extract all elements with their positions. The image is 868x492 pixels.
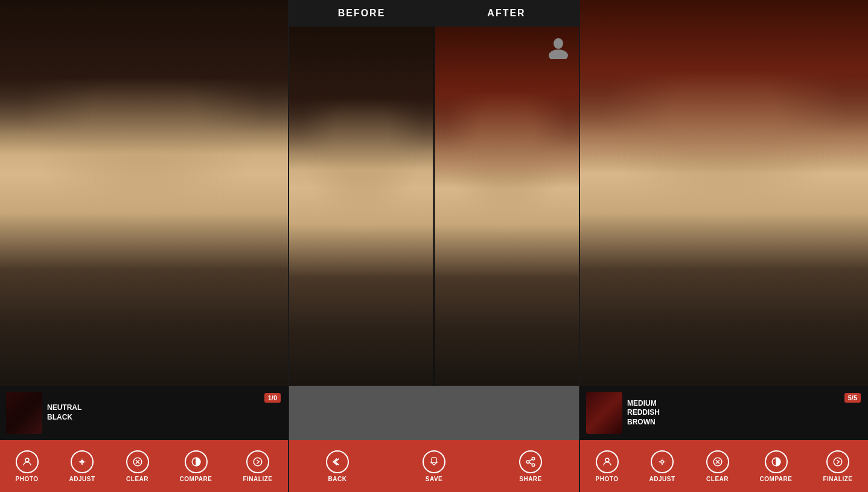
svg-point-0 (25, 458, 29, 462)
svg-point-9 (554, 38, 563, 49)
right-finalize-icon (826, 450, 849, 473)
left-photo (0, 0, 288, 386)
clear-icon (126, 450, 149, 473)
save-icon (423, 450, 445, 473)
finalize-icon (246, 450, 269, 473)
save-button[interactable]: SAVE (423, 450, 445, 482)
right-compare-button[interactable]: COMPARE (760, 450, 793, 482)
right-adjust-icon (651, 450, 674, 473)
svg-point-10 (549, 50, 568, 59)
svg-point-8 (254, 458, 262, 466)
svg-line-16 (529, 459, 532, 461)
person-overlay-icon (546, 35, 570, 63)
right-color-bar: MEDIUM REDDISH BROWN 5/5 (580, 386, 868, 440)
svg-line-15 (529, 462, 532, 464)
svg-point-18 (661, 460, 664, 463)
svg-point-13 (526, 460, 529, 463)
after-photo (434, 27, 579, 386)
svg-rect-11 (432, 458, 436, 462)
left-color-swatch (6, 392, 42, 434)
back-button[interactable]: BACK (326, 450, 349, 482)
right-clear-icon (706, 450, 729, 473)
right-clear-button[interactable]: CLEAR (706, 450, 729, 482)
left-color-badge: 1/0 (264, 393, 281, 403)
right-photo-button[interactable]: PHOTO (596, 450, 619, 482)
right-photo (580, 0, 868, 386)
person-icon (16, 450, 39, 473)
back-icon (326, 450, 349, 473)
right-person-icon (596, 450, 619, 473)
after-label: AFTER (434, 8, 579, 19)
svg-point-17 (605, 458, 609, 462)
left-photo-label: PHOTO (16, 476, 39, 482)
back-label: BACK (328, 476, 347, 482)
right-toolbar: PHOTO ADJUST CLEAR (580, 440, 868, 492)
svg-point-14 (532, 464, 535, 467)
right-finalize-label: FINALIZE (823, 476, 852, 482)
middle-toolbar: BACK SAVE SHARE (289, 440, 579, 492)
left-color-name: NEUTRAL BLACK (47, 403, 81, 422)
before-label: BEFORE (289, 8, 434, 19)
right-clear-label: CLEAR (706, 476, 729, 482)
left-clear-label: CLEAR (126, 476, 148, 482)
compare-photo (289, 27, 579, 386)
left-panel: NEUTRAL BLACK 1/0 PHOTO ADJUST (0, 0, 288, 492)
adjust-icon (71, 450, 94, 473)
left-photo-button[interactable]: PHOTO (16, 450, 39, 482)
split-divider (433, 27, 435, 386)
middle-panel: BEFORE AFTER BACK (288, 0, 580, 492)
save-label: SAVE (426, 476, 443, 482)
left-clear-button[interactable]: CLEAR (126, 450, 149, 482)
right-color-swatch (586, 392, 622, 434)
share-button[interactable]: SHARE (519, 450, 542, 482)
right-photo-label: PHOTO (596, 476, 619, 482)
left-toolbar: PHOTO ADJUST CLEAR (0, 440, 288, 492)
svg-point-12 (532, 457, 535, 460)
right-color-name: MEDIUM REDDISH BROWN (627, 399, 660, 427)
mid-empty-area (289, 386, 579, 440)
left-finalize-button[interactable]: FINALIZE (243, 450, 272, 482)
before-photo (289, 27, 434, 386)
before-after-header: BEFORE AFTER (289, 0, 579, 27)
left-adjust-label: ADJUST (69, 476, 95, 482)
left-compare-button[interactable]: COMPARE (180, 450, 212, 482)
left-finalize-label: FINALIZE (243, 476, 272, 482)
compare-icon (185, 450, 208, 473)
left-color-bar: NEUTRAL BLACK 1/0 (0, 386, 288, 440)
left-adjust-button[interactable]: ADJUST (69, 450, 95, 482)
right-adjust-button[interactable]: ADJUST (649, 450, 675, 482)
right-compare-icon (765, 450, 788, 473)
svg-point-2 (81, 461, 83, 462)
right-finalize-button[interactable]: FINALIZE (823, 450, 852, 482)
right-adjust-label: ADJUST (649, 476, 675, 482)
right-compare-label: COMPARE (760, 476, 793, 482)
right-panel: MEDIUM REDDISH BROWN 5/5 PHOTO ADJUST (580, 0, 868, 492)
share-icon (519, 450, 542, 473)
left-compare-label: COMPARE (180, 476, 212, 482)
svg-point-24 (834, 458, 842, 466)
right-color-badge: 5/5 (844, 393, 861, 403)
share-label: SHARE (519, 476, 542, 482)
